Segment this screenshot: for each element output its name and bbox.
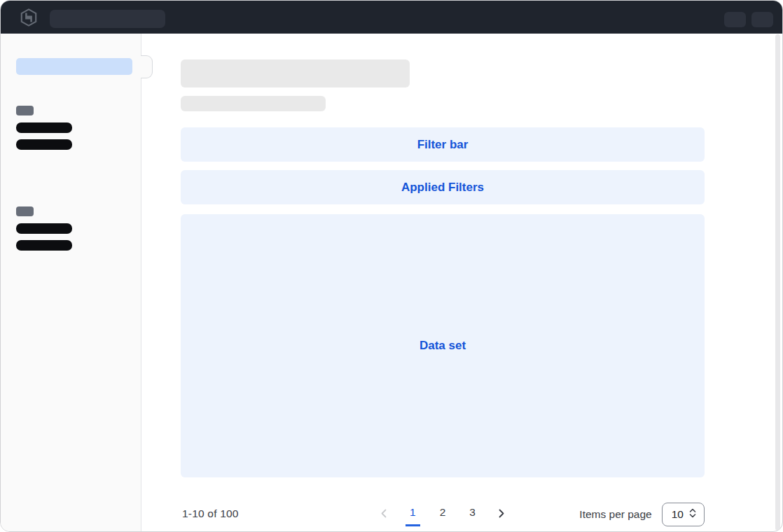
vertical-scrollbar[interactable] (775, 34, 780, 531)
topbar-action-skeleton-1[interactable] (724, 12, 746, 27)
pagination-bar: 1-10 of 100 1 2 3 Items per page (181, 494, 705, 532)
page-button-3[interactable]: 3 (465, 500, 480, 526)
app-window: Filter bar Applied Filters Data set 1-10… (0, 0, 783, 532)
items-per-page-select[interactable]: 10 (662, 503, 705, 526)
sidebar-group-label-skeleton (16, 106, 34, 115)
chevrons-up-down-icon (688, 507, 697, 522)
items-per-page-control: Items per page 10 (579, 503, 705, 526)
top-nav-bar (1, 1, 782, 34)
page-button-2[interactable]: 2 (436, 500, 450, 526)
data-set-placeholder[interactable]: Data set (181, 214, 705, 477)
sidebar-item-skeleton[interactable] (16, 240, 72, 251)
sidebar-item-skeleton[interactable] (16, 223, 72, 234)
sidebar (1, 34, 141, 532)
chevron-left-icon[interactable] (377, 500, 390, 526)
page-subtitle-skeleton (181, 96, 326, 111)
hashicorp-logo-icon (20, 8, 38, 27)
items-per-page-value: 10 (672, 508, 684, 521)
applied-filters-label: Applied Filters (401, 181, 484, 195)
sidebar-collapse-handle[interactable] (141, 55, 153, 78)
items-per-page-label: Items per page (579, 508, 651, 521)
filter-bar-placeholder[interactable]: Filter bar (181, 127, 705, 162)
main-content: Filter bar Applied Filters Data set 1-10… (181, 34, 705, 532)
sidebar-group-label-skeleton (16, 206, 34, 216)
sidebar-item-skeleton[interactable] (16, 122, 72, 133)
applied-filters-placeholder[interactable]: Applied Filters (181, 170, 705, 204)
page-button-1[interactable]: 1 (406, 500, 420, 526)
sidebar-item-skeleton[interactable] (16, 139, 72, 150)
search-input-skeleton[interactable] (50, 10, 165, 28)
data-set-label: Data set (420, 339, 466, 353)
filter-bar-label: Filter bar (417, 138, 469, 152)
topbar-action-skeleton-2[interactable] (751, 12, 773, 27)
chevron-right-icon[interactable] (495, 500, 508, 526)
sidebar-active-item-skeleton[interactable] (16, 58, 132, 75)
page-title-skeleton (181, 59, 410, 88)
